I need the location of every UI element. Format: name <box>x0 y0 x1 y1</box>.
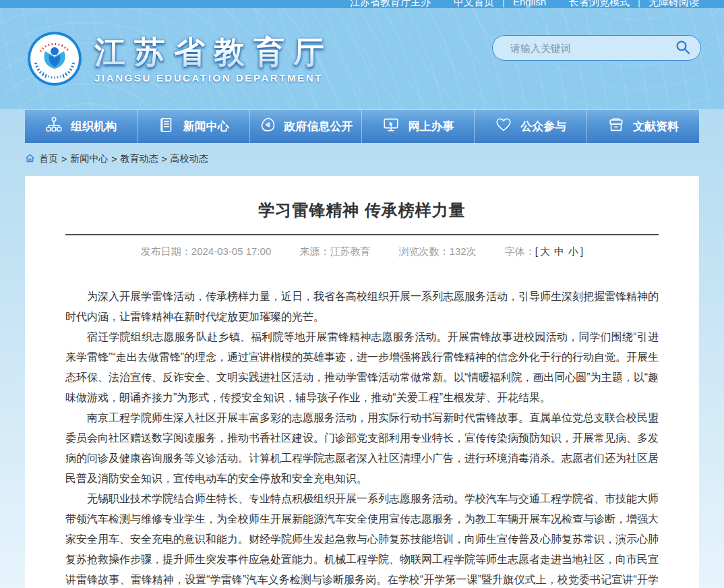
article-title: 学习雷锋精神 传承榜样力量 <box>65 200 659 220</box>
article-panel: 学习雷锋精神 传承榜样力量 发布日期：2024-03-05 17:00 来源：江… <box>25 176 699 588</box>
heart-icon <box>495 116 512 137</box>
topbar: 江苏省教育厅主办 中文首页 | English 长者浏览模式 | 无障碍阅读 <box>0 0 724 8</box>
breadcrumb-separator: > <box>161 154 167 165</box>
source-label: 来源： <box>299 245 330 257</box>
nav-item-gov-info[interactable]: 政府信息公开 <box>249 109 362 143</box>
publish-date-value: 2024-03-05 17:00 <box>191 245 271 257</box>
main-nav: 组织机构 新闻中心 政府信息公开 网上办事 <box>25 109 699 143</box>
nav-item-label: 公众参与 <box>520 119 566 134</box>
topbar-link-chinese-home[interactable]: 中文首页 <box>454 0 494 8</box>
article-paragraph: 无锡职业技术学院结合师生特长、专业特点积极组织开展一系列志愿服务活动。学校汽车与… <box>65 489 659 588</box>
breadcrumb-news-center[interactable]: 新闻中心 <box>70 153 108 165</box>
site-name: 江苏省教育厅 <box>94 34 333 69</box>
publish-date-label: 发布日期： <box>141 245 191 257</box>
home-icon <box>25 153 39 165</box>
font-size-control: 字体：[大中小] <box>505 245 583 258</box>
view-count-label: 浏览次数： <box>399 245 450 257</box>
article-body: 为深入开展学雷锋活动，传承榜样力量，近日，我省各高校组织开展一系列志愿服务活动，… <box>65 287 659 588</box>
nav-item-label: 新闻中心 <box>183 119 229 134</box>
topbar-separator: | <box>638 0 640 8</box>
font-size-small-button[interactable]: 小 <box>568 245 578 257</box>
site-brand-text: 江苏省教育厅 JIANGSU EDUCATION DEPARTMENT <box>94 34 333 84</box>
nav-item-organization[interactable]: 组织机构 <box>25 109 137 143</box>
view-count: 浏览次数：132次 <box>399 245 477 258</box>
topbar-link-host[interactable]: 江苏省教育厅主办 <box>350 0 431 8</box>
nav-item-documents[interactable]: 文献资料 <box>586 109 699 143</box>
search-button[interactable] <box>672 39 700 57</box>
font-size-bracket: [ <box>535 245 538 257</box>
site-name-en: JIANGSU EDUCATION DEPARTMENT <box>94 72 333 84</box>
breadcrumb-separator: > <box>61 154 67 165</box>
site-brand-link[interactable]: 江苏省教育厅 JIANGSU EDUCATION DEPARTMENT <box>27 31 333 86</box>
article-paragraph: 为深入开展学雷锋活动，传承榜样力量，近日，我省各高校组织开展一系列志愿服务活动，… <box>65 287 659 327</box>
nav-item-label: 文献资料 <box>633 119 679 134</box>
org-chart-icon <box>45 116 63 137</box>
source-value: 江苏教育 <box>330 245 370 257</box>
info-disclosure-icon <box>259 116 276 137</box>
search-box <box>492 35 701 61</box>
search-input[interactable] <box>493 36 672 60</box>
topbar-link-english[interactable]: English <box>513 0 546 8</box>
nav-item-label: 网上办事 <box>408 119 454 134</box>
breadcrumb-separator: > <box>111 154 117 165</box>
publish-date: 发布日期：2024-03-05 17:00 <box>141 245 271 258</box>
nav-item-news-center[interactable]: 新闻中心 <box>137 109 249 143</box>
font-size-medium-button[interactable]: 中 <box>554 245 564 257</box>
monitor-cursor-icon <box>382 116 400 137</box>
nav-item-label: 政府信息公开 <box>284 119 353 134</box>
font-size-label: 字体： <box>505 245 535 257</box>
breadcrumb: 首页 > 新闻中心 > 教育动态 > 高校动态 <box>25 150 699 168</box>
news-doc-icon <box>158 116 175 137</box>
site-logo-icon <box>27 31 82 86</box>
topbar-link-accessibility[interactable]: 无障碍阅读 <box>648 0 699 8</box>
topbar-separator: | <box>502 0 505 8</box>
topbar-links: 江苏省教育厅主办 中文首页 | English 长者浏览模式 | 无障碍阅读 <box>25 0 699 8</box>
article-paragraph: 南京工程学院师生深入社区开展丰富多彩的志愿服务活动，用实际行动书写新时代雷锋故事… <box>65 408 659 489</box>
view-count-value: 132次 <box>450 245 477 257</box>
nav-item-public-participation[interactable]: 公众参与 <box>474 109 586 143</box>
breadcrumb-university-updates[interactable]: 高校动态 <box>171 153 208 165</box>
nav-item-online-services[interactable]: 网上办事 <box>361 109 474 143</box>
article-meta: 发布日期：2024-03-05 17:00 来源：江苏教育 浏览次数：132次 … <box>65 245 659 258</box>
nav-item-label: 组织机构 <box>71 119 117 134</box>
font-size-large-button[interactable]: 大 <box>540 245 550 257</box>
breadcrumb-education-updates[interactable]: 教育动态 <box>120 153 158 165</box>
source: 来源：江苏教育 <box>299 245 370 258</box>
site-header: 江苏省教育厅 JIANGSU EDUCATION DEPARTMENT <box>0 8 724 109</box>
title-divider <box>65 234 659 235</box>
article-paragraph: 宿迁学院组织志愿服务队赴乡镇、福利院等地开展雷锋精神志愿服务活动。开展雷锋故事进… <box>65 327 659 408</box>
archive-icon <box>607 116 625 137</box>
search-icon <box>675 39 691 57</box>
breadcrumb-home[interactable]: 首页 <box>39 153 58 165</box>
topbar-link-elder-mode[interactable]: 长者浏览模式 <box>569 0 630 8</box>
font-size-bracket: ] <box>580 245 583 257</box>
